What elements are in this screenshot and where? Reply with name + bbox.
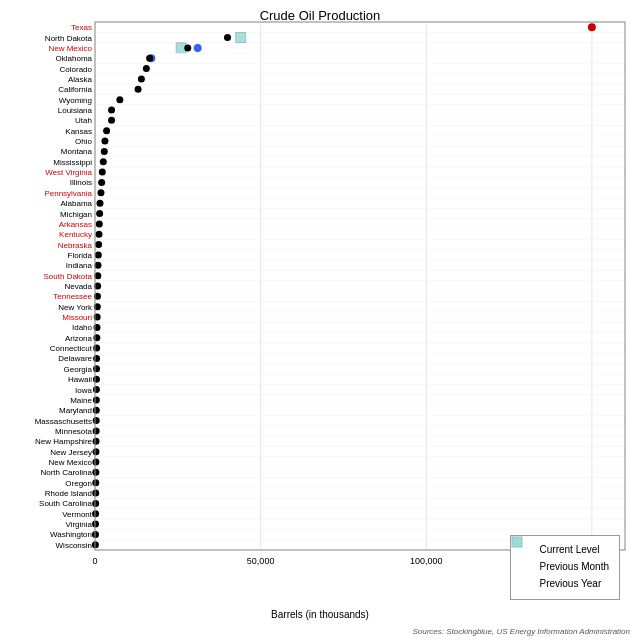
svg-text:Wisconsin: Wisconsin [56, 541, 92, 550]
legend-item-prev-month: Previous Month [521, 559, 609, 573]
svg-text:Washington: Washington [50, 530, 92, 539]
legend-symbol-current [521, 542, 535, 556]
legend-symbol-prev-month [521, 559, 535, 573]
svg-text:Arkansas: Arkansas [59, 220, 92, 229]
svg-text:50,000: 50,000 [247, 556, 275, 566]
svg-text:Idaho: Idaho [72, 323, 93, 332]
svg-text:Arizona: Arizona [65, 334, 93, 343]
svg-text:Ohio: Ohio [75, 137, 92, 146]
svg-text:Texas: Texas [71, 23, 92, 32]
svg-text:California: California [58, 85, 92, 94]
svg-text:100,000: 100,000 [410, 556, 443, 566]
svg-text:New Hampshire: New Hampshire [35, 437, 92, 446]
svg-point-38 [108, 107, 115, 114]
svg-text:South Carolina: South Carolina [39, 499, 92, 508]
legend-item-current: Current Level [521, 542, 609, 556]
legend-label-prev-month: Previous Month [540, 561, 609, 572]
svg-rect-165 [236, 33, 246, 43]
svg-point-65 [96, 200, 103, 207]
svg-text:Michigan: Michigan [60, 210, 92, 219]
svg-text:Iowa: Iowa [75, 386, 92, 395]
svg-point-83 [94, 262, 101, 269]
svg-text:North Dakota: North Dakota [45, 34, 93, 43]
svg-text:Colorado: Colorado [60, 65, 93, 74]
legend-symbol-prev-year [521, 576, 535, 590]
svg-text:Alaska: Alaska [68, 75, 93, 84]
svg-text:Rhode Island: Rhode Island [45, 489, 92, 498]
svg-point-80 [95, 251, 102, 258]
svg-point-116 [93, 376, 100, 383]
svg-point-128 [93, 417, 100, 424]
svg-text:Louisiana: Louisiana [58, 106, 93, 115]
svg-text:Maryland: Maryland [59, 406, 92, 415]
svg-text:New York: New York [58, 303, 93, 312]
svg-point-29 [138, 75, 145, 82]
svg-point-146 [92, 479, 99, 486]
svg-text:Vermont: Vermont [62, 510, 93, 519]
svg-text:South Dakota: South Dakota [44, 272, 93, 281]
svg-point-32 [135, 86, 142, 93]
svg-point-113 [93, 365, 100, 372]
svg-point-125 [93, 407, 100, 414]
svg-text:New Mexico: New Mexico [48, 44, 92, 53]
svg-point-35 [116, 96, 123, 103]
svg-text:Kentucky: Kentucky [59, 230, 92, 239]
svg-text:Nevada: Nevada [64, 282, 92, 291]
svg-point-134 [93, 438, 100, 445]
svg-text:North Carolina: North Carolina [40, 468, 92, 477]
svg-point-143 [92, 469, 99, 476]
svg-text:Tennessee: Tennessee [53, 292, 92, 301]
svg-point-18 [194, 44, 202, 52]
svg-text:Montana: Montana [61, 147, 93, 156]
svg-point-74 [95, 231, 102, 238]
svg-text:Florida: Florida [68, 251, 93, 260]
svg-point-119 [93, 386, 100, 393]
svg-point-53 [100, 158, 107, 165]
chart-container: Crude Oil Production 050,000100,000150,0… [0, 0, 640, 640]
svg-point-158 [92, 521, 99, 528]
svg-text:New Jersey: New Jersey [50, 448, 92, 457]
svg-point-50 [101, 148, 108, 155]
svg-rect-0 [95, 22, 625, 550]
svg-text:Indiana: Indiana [66, 261, 93, 270]
x-axis-label: Barrels (in thousands) [0, 609, 640, 620]
source-text: Sources: Stockingblue, US Energy Informa… [412, 627, 630, 636]
svg-text:Wyoming: Wyoming [59, 96, 92, 105]
svg-point-59 [98, 179, 105, 186]
svg-point-19 [184, 44, 191, 51]
svg-point-56 [99, 169, 106, 176]
svg-text:Kansas: Kansas [65, 127, 92, 136]
svg-text:Delaware: Delaware [58, 354, 92, 363]
legend-box: Current Level Previous Month Previous Ye… [510, 535, 620, 600]
svg-point-44 [103, 127, 110, 134]
svg-point-149 [92, 490, 99, 497]
svg-point-41 [108, 117, 115, 124]
svg-text:Virginia: Virginia [65, 520, 92, 529]
svg-point-62 [97, 189, 104, 196]
svg-text:Maine: Maine [70, 396, 92, 405]
svg-text:Oklahoma: Oklahoma [56, 54, 93, 63]
svg-point-26 [143, 65, 150, 72]
svg-point-107 [93, 345, 100, 352]
svg-point-10 [588, 23, 596, 31]
svg-point-131 [93, 427, 100, 434]
svg-point-155 [92, 510, 99, 517]
svg-point-104 [93, 334, 100, 341]
legend-item-prev-year: Previous Year [521, 576, 609, 590]
svg-text:Connecticut: Connecticut [50, 344, 93, 353]
svg-text:0: 0 [92, 556, 97, 566]
svg-point-71 [96, 220, 103, 227]
svg-text:Minnesota: Minnesota [55, 427, 92, 436]
svg-text:Nebraska: Nebraska [58, 241, 93, 250]
svg-point-23 [146, 55, 153, 62]
svg-text:West Virginia: West Virginia [45, 168, 92, 177]
svg-text:Alabama: Alabama [60, 199, 92, 208]
svg-text:Pennsylvania: Pennsylvania [44, 189, 92, 198]
svg-text:Missouri: Missouri [62, 313, 92, 322]
svg-text:Mississippi: Mississippi [53, 158, 92, 167]
svg-point-122 [93, 396, 100, 403]
svg-point-137 [92, 448, 99, 455]
svg-text:Utah: Utah [75, 116, 92, 125]
svg-point-47 [101, 138, 108, 145]
svg-text:Oregon: Oregon [65, 479, 92, 488]
